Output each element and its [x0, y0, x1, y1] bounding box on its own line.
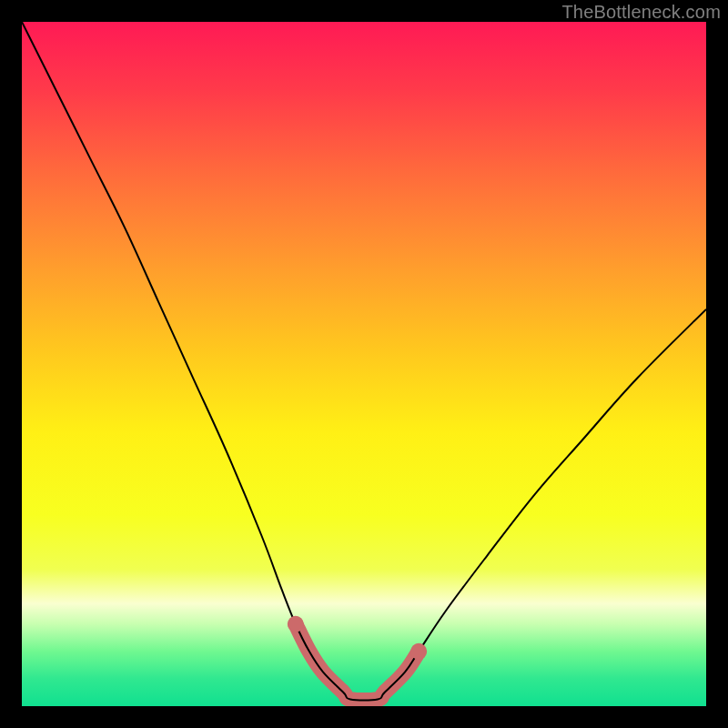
plot-area: [22, 22, 706, 706]
highlight-endpoint: [288, 616, 304, 632]
bottleneck-curve-svg: [22, 22, 706, 706]
highlight-endpoint: [410, 643, 427, 660]
bottleneck-highlight: [296, 624, 419, 701]
bottleneck-curve: [22, 22, 706, 700]
attribution-text: TheBottleneck.com: [561, 2, 721, 23]
